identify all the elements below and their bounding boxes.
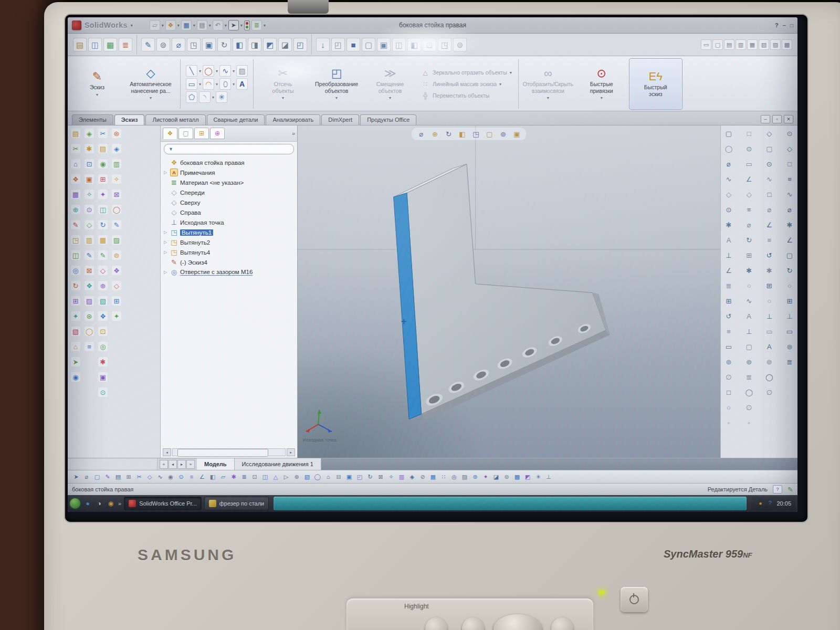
- tab-motion-study[interactable]: Исследование движения 1: [235, 458, 321, 470]
- save-icon[interactable]: ▦: [181, 20, 192, 30]
- feature-tool-icon[interactable]: ◇: [85, 220, 94, 229]
- sketch-tool-icon[interactable]: ⊞: [98, 174, 108, 184]
- annotation-tool-icon[interactable]: ⊙: [724, 205, 733, 214]
- chevron-down-icon[interactable]: ▾: [150, 96, 152, 100]
- annotation-tool-icon[interactable]: ↺: [724, 311, 733, 321]
- view-style-icon[interactable]: ⊡: [423, 38, 436, 51]
- dimension-tool-icon[interactable]: ⊞: [785, 296, 794, 306]
- dimension-tool-icon[interactable]: ∠: [764, 220, 774, 229]
- sketch-relation-icon[interactable]: ◰: [355, 472, 364, 481]
- chevron-down-icon[interactable]: ▾: [335, 96, 338, 100]
- window-tool-icon[interactable]: ▥: [736, 39, 746, 50]
- sketch-relation-icon[interactable]: ⊠: [376, 472, 385, 481]
- scroll-left-icon[interactable]: ◂: [163, 448, 171, 456]
- annotation-tool-icon[interactable]: ⊙: [744, 144, 754, 153]
- tab-office-products[interactable]: Продукты Office: [360, 114, 416, 125]
- annotation-tool-icon[interactable]: ≡: [744, 205, 754, 214]
- sketch-relation-icon[interactable]: ◧: [208, 472, 217, 481]
- sketch-relation-icon[interactable]: ✧: [387, 472, 395, 481]
- sketch-relation-icon[interactable]: ▨: [460, 472, 469, 481]
- chevron-down-icon[interactable]: ▾: [199, 69, 201, 74]
- expand-arrow-icon[interactable]: ▷: [163, 270, 168, 275]
- dimension-tool-icon[interactable]: ▢: [764, 144, 774, 153]
- window-tool-icon[interactable]: ▢: [712, 39, 723, 50]
- sketch-button[interactable]: ✎ Эскиз ▾: [71, 58, 123, 110]
- feature-tool-icon[interactable]: ◳: [71, 235, 80, 245]
- tree-item-right-plane[interactable]: ◇ Справа: [163, 207, 297, 217]
- annotation-tool-icon[interactable]: ⊞: [724, 296, 733, 306]
- start-button[interactable]: [70, 498, 80, 509]
- view-tool-icon[interactable]: ↻: [217, 38, 231, 51]
- sketch-tool-icon[interactable]: ◈: [112, 144, 121, 153]
- annotation-tool-icon[interactable]: ≣: [744, 372, 754, 382]
- sketch-tool-icon[interactable]: ⊕: [98, 281, 108, 290]
- rapid-sketch-button[interactable]: Eϟ Быстрый эскиз: [629, 58, 682, 110]
- view-style-icon[interactable]: ⊚: [453, 38, 467, 51]
- window-tool-icon[interactable]: ▨: [770, 39, 781, 50]
- line-icon[interactable]: ╲: [186, 65, 197, 77]
- chevron-down-icon[interactable]: ▾: [193, 23, 195, 28]
- monitor-button[interactable]: [425, 617, 447, 630]
- tab-dimxpert[interactable]: DimXpert: [321, 114, 359, 125]
- quick-snaps-button[interactable]: ⊙ Быстрые привязки ▾: [575, 58, 628, 110]
- sketch-relation-icon[interactable]: ✎: [103, 472, 112, 481]
- quick-launch-overflow-icon[interactable]: »: [118, 500, 121, 507]
- circle-icon[interactable]: ◯: [203, 65, 214, 77]
- chevron-down-icon[interactable]: ▾: [177, 23, 180, 28]
- sketch-relation-icon[interactable]: ⊛: [471, 472, 479, 481]
- chevron-down-icon[interactable]: ▾: [233, 69, 235, 74]
- doc-minimize-button[interactable]: –: [761, 115, 770, 123]
- tree-item-extrude1[interactable]: ▷ ◳ Вытянуть1: [163, 227, 297, 237]
- annotation-tool-icon[interactable]: ○: [724, 403, 733, 412]
- dimension-tool-icon[interactable]: ∅: [764, 387, 774, 397]
- tab-sheet-metal[interactable]: Листовой металл: [145, 114, 205, 125]
- view-style-icon[interactable]: ▣: [377, 38, 391, 51]
- sketch-relation-icon[interactable]: ✦: [481, 472, 490, 481]
- feature-tool-icon[interactable]: ✎: [71, 220, 80, 229]
- fillet-icon[interactable]: ◝: [199, 91, 211, 103]
- annotation-tool-icon[interactable]: ⊚: [724, 357, 733, 366]
- sketch-relation-icon[interactable]: ⊘: [418, 472, 427, 481]
- expand-arrow-icon[interactable]: ▷: [163, 230, 168, 235]
- tree-filter-input[interactable]: ▼: [164, 144, 294, 154]
- view-tool-icon[interactable]: ◪: [278, 38, 292, 51]
- view-tool-icon[interactable]: ⌀: [172, 38, 185, 51]
- feature-tool-icon[interactable]: ▨: [85, 296, 94, 306]
- chevron-down-icon[interactable]: ▾: [225, 23, 227, 28]
- sketch-relation-icon[interactable]: ≡: [187, 472, 196, 481]
- sketch-tool-icon[interactable]: ▥: [112, 159, 121, 169]
- feature-tool-icon[interactable]: ❖: [85, 281, 94, 290]
- sketch-relation-icon[interactable]: ⊞: [124, 472, 133, 481]
- view-tool-icon[interactable]: ◰: [293, 38, 307, 51]
- view-style-icon[interactable]: ↓: [316, 38, 330, 51]
- sketch-tool-icon[interactable]: ◯: [112, 205, 121, 214]
- dimension-tool-icon[interactable]: ◇: [785, 144, 794, 153]
- annotation-tool-icon[interactable]: ∿: [744, 296, 754, 306]
- feature-tool-icon[interactable]: ▤: [71, 129, 80, 138]
- tab-model[interactable]: Модель: [197, 458, 235, 470]
- text-icon[interactable]: A: [236, 78, 248, 90]
- spline-icon[interactable]: ∿: [219, 65, 231, 77]
- dimension-tool-icon[interactable]: ≡: [785, 174, 794, 184]
- tab-sketch[interactable]: Эскиз: [114, 114, 145, 125]
- select-tool-icon[interactable]: ➤: [228, 20, 239, 30]
- feature-tool-icon[interactable]: ✎: [85, 250, 94, 260]
- prev-tab-icon[interactable]: ◂: [169, 460, 177, 469]
- window-tool-icon[interactable]: ▦: [747, 39, 758, 50]
- expand-arrow-icon[interactable]: ▷: [163, 170, 168, 175]
- tab-feature-tree[interactable]: ❖: [163, 128, 177, 139]
- chevron-down-icon[interactable]: ▾: [233, 82, 235, 87]
- chevron-down-icon[interactable]: ▾: [96, 92, 98, 97]
- chevron-down-icon[interactable]: ▾: [389, 96, 391, 100]
- tree-item-root[interactable]: ❖ боковая стойка правая: [163, 158, 297, 167]
- doc-close-button[interactable]: ✕: [784, 115, 793, 123]
- sketch-relation-icon[interactable]: ▱: [219, 472, 227, 481]
- sketch-tool-icon[interactable]: ✎: [112, 220, 121, 229]
- restore-button[interactable]: □: [790, 23, 793, 28]
- sketch-relation-icon[interactable]: ⌀: [82, 472, 91, 481]
- open-icon[interactable]: ❖: [165, 20, 176, 30]
- sketch-relation-icon[interactable]: △: [271, 472, 280, 481]
- dimension-tool-icon[interactable]: ◯: [764, 372, 774, 382]
- view-tool-icon[interactable]: ◳: [187, 38, 201, 51]
- chevron-down-icon[interactable]: ▾: [264, 23, 266, 28]
